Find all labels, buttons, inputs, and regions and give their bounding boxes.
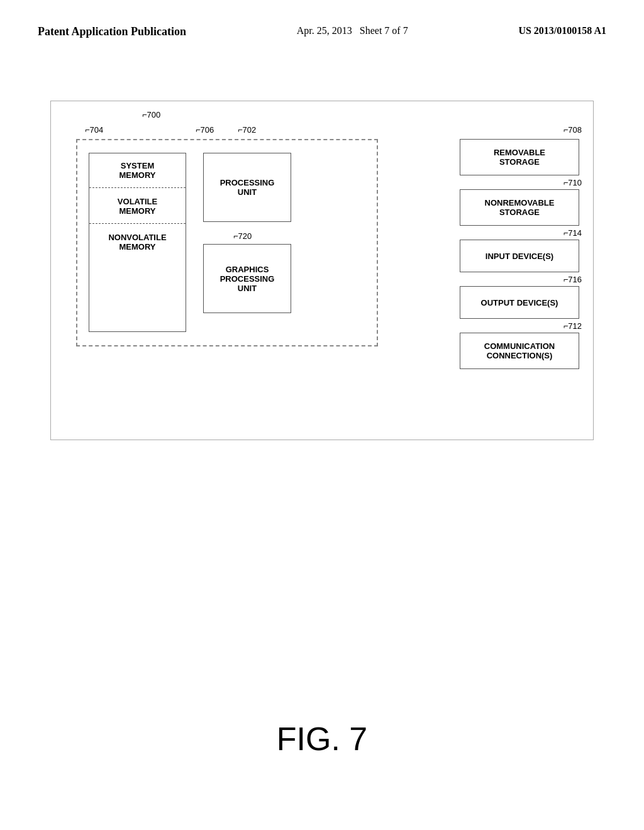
box-output-devices: OUTPUT DEVICE(S) [460,286,579,319]
box-input-devices: INPUT DEVICE(S) [460,240,579,272]
input-devices-label: INPUT DEVICE(S) [486,252,553,261]
box-removable-storage: REMOVABLE STORAGE [460,139,579,175]
header-right: US 2013/0100158 A1 [518,25,606,36]
box-system-memory: SYSTEM MEMORY VOLATILE MEMORY NONVOLATIL… [89,153,186,332]
divider-1 [89,187,186,188]
ref-702-label: ⌐702 [238,125,256,135]
box-communication: COMMUNICATION CONNECTION(S) [460,333,579,369]
page-header: Patent Application Publication Apr. 25, … [0,0,644,38]
ref-704-label: ⌐704 [85,125,103,135]
nonremovable-storage-label: NONREMOVABLE STORAGE [485,198,555,217]
box-702: ⌐704 ⌐706 ⌐702 SYSTEM MEMORY VOLATILE ME… [76,139,378,346]
header-center: Apr. 25, 2013 Sheet 7 of 7 [297,25,408,36]
system-memory-label: SYSTEM MEMORY [89,153,186,185]
nonvolatile-memory-label: NONVOLATILE MEMORY [89,226,186,257]
ref-710-label: ⌐710 [564,178,582,187]
diagram-container: ⌐700 ⌐704 ⌐706 ⌐702 SYSTEM MEMORY VOLATI [50,101,594,440]
header-left: Patent Application Publication [38,25,186,38]
divider-2 [89,223,186,224]
communication-label: COMMUNICATION CONNECTION(S) [484,341,555,360]
ref-714-label: ⌐714 [564,228,582,238]
ref-706-label: ⌐706 [196,125,214,135]
box-nonremovable-storage: NONREMOVABLE STORAGE [460,189,579,226]
ref-700-label: ⌐700 [142,110,160,119]
output-devices-label: OUTPUT DEVICE(S) [481,298,558,307]
graphics-unit-label: GRAPHICS PROCESSING UNIT [220,265,275,293]
processing-unit-label: PROCESSING UNIT [220,178,275,197]
removable-storage-label: REMOVABLE STORAGE [494,148,545,167]
ref-716-label: ⌐716 [564,275,582,284]
ref-720-label: ⌐720 [233,231,252,241]
box-graphics-processing-unit: GRAPHICS PROCESSING UNIT [203,244,291,313]
ref-712-label: ⌐712 [564,321,582,331]
volatile-memory-label: VOLATILE MEMORY [89,191,186,221]
ref-708-label: ⌐708 [564,125,582,135]
box-processing-unit: PROCESSING UNIT [203,153,291,222]
figure-caption: FIG. 7 [0,720,644,758]
